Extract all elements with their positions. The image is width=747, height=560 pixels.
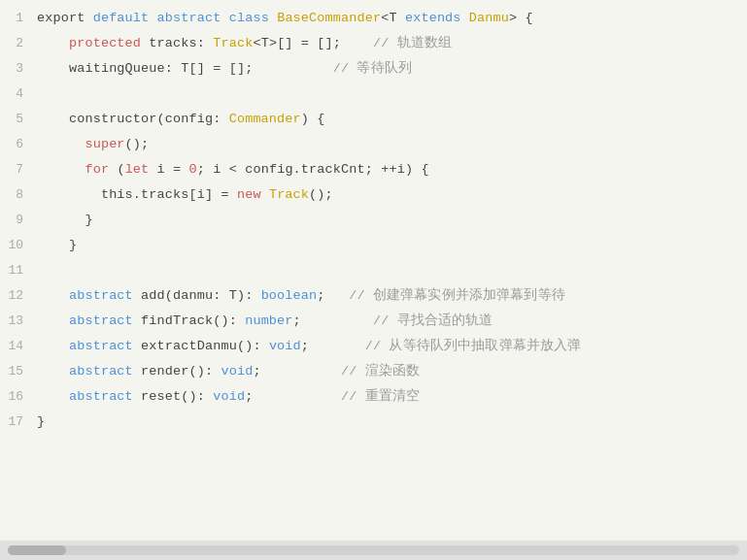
line-code: } bbox=[37, 410, 747, 435]
line-code: abstract add(danmu: T): boolean; // 创建弹幕… bbox=[37, 283, 747, 309]
code-line: 1export default abstract class BaseComma… bbox=[0, 6, 747, 31]
token: // 创建弹幕实例并添加弹幕到等待 bbox=[349, 288, 565, 303]
token bbox=[149, 11, 156, 25]
line-number: 12 bbox=[0, 283, 37, 309]
token: ; bbox=[245, 389, 341, 404]
code-line: 16 abstract reset(): void; // 重置清空 bbox=[0, 384, 747, 410]
code-line: 9 } bbox=[0, 208, 747, 233]
token: super bbox=[85, 137, 124, 151]
token: protected bbox=[69, 36, 141, 50]
code-editor: 1export default abstract class BaseComma… bbox=[0, 0, 747, 541]
scrollbar-thumb[interactable] bbox=[8, 545, 66, 555]
scrollbar-track[interactable] bbox=[8, 545, 739, 555]
token: // 重置清空 bbox=[341, 389, 420, 404]
token: abstract bbox=[69, 313, 133, 328]
line-number: 2 bbox=[0, 31, 37, 56]
token bbox=[461, 11, 469, 25]
token: tracks: bbox=[141, 36, 213, 50]
line-number: 4 bbox=[0, 82, 37, 107]
code-line: 5 constructor(config: Commander) { bbox=[0, 107, 747, 132]
token: findTrack(): bbox=[133, 313, 245, 328]
token bbox=[37, 187, 101, 202]
line-number: 5 bbox=[0, 107, 37, 132]
token: abstract bbox=[69, 389, 133, 404]
line-number: 16 bbox=[0, 384, 37, 410]
token: void bbox=[213, 389, 245, 404]
token: (); bbox=[125, 137, 150, 151]
line-number: 10 bbox=[0, 233, 37, 258]
token: abstract bbox=[69, 339, 133, 353]
token: <T>[] = []; bbox=[253, 36, 373, 50]
token bbox=[37, 339, 69, 353]
token bbox=[269, 11, 277, 25]
code-line: 7 for (let i = 0; i < config.trackCnt; +… bbox=[0, 157, 747, 182]
token bbox=[37, 364, 69, 379]
token: number bbox=[245, 313, 292, 328]
token: default bbox=[93, 11, 150, 25]
line-number: 11 bbox=[0, 258, 37, 283]
code-line: 2 protected tracks: Track<T>[] = []; // … bbox=[0, 31, 747, 56]
token bbox=[261, 187, 269, 202]
token: reset(): bbox=[133, 389, 213, 404]
token: // 寻找合适的轨道 bbox=[373, 313, 493, 328]
code-line: 3 waitingQueue: T[] = []; // 等待队列 bbox=[0, 56, 747, 82]
token: add(danmu: T): bbox=[133, 288, 261, 303]
token: void bbox=[269, 339, 301, 353]
token: i = bbox=[149, 162, 188, 177]
line-number: 6 bbox=[0, 132, 37, 157]
token: } bbox=[37, 238, 77, 252]
token: waitingQueue: T[] = []; bbox=[37, 61, 333, 76]
code-line: 6 super(); bbox=[0, 132, 747, 157]
token: (); bbox=[309, 187, 333, 202]
token: <T bbox=[381, 11, 405, 25]
line-code: waitingQueue: T[] = []; // 等待队列 bbox=[37, 56, 747, 82]
token: // 轨道数组 bbox=[373, 36, 452, 50]
line-code: for (let i = 0; i < config.trackCnt; ++i… bbox=[37, 157, 747, 182]
token: Track bbox=[213, 36, 253, 50]
code-line: 4 bbox=[0, 82, 747, 107]
code-line: 12 abstract add(danmu: T): boolean; // 创… bbox=[0, 283, 747, 309]
token: ; bbox=[317, 288, 349, 303]
token: ; bbox=[301, 339, 365, 353]
code-line: 11 bbox=[0, 258, 747, 283]
token bbox=[37, 389, 69, 404]
code-line: 13 abstract findTrack(): number; // 寻找合适… bbox=[0, 309, 747, 334]
token bbox=[221, 11, 228, 25]
line-code: super(); bbox=[37, 132, 747, 157]
line-number: 17 bbox=[0, 410, 37, 435]
line-number: 8 bbox=[0, 182, 37, 208]
token: // 从等待队列中抽取弹幕并放入弹 bbox=[365, 339, 582, 353]
token bbox=[37, 288, 69, 303]
line-number: 3 bbox=[0, 56, 37, 82]
code-lines: 1export default abstract class BaseComma… bbox=[0, 0, 747, 441]
token: // 等待队列 bbox=[333, 61, 412, 76]
line-code: abstract findTrack(): number; // 寻找合适的轨道 bbox=[37, 309, 747, 334]
line-code: constructor(config: Commander) { bbox=[37, 107, 747, 132]
token: // 渲染函数 bbox=[341, 364, 420, 379]
token bbox=[37, 36, 69, 50]
token: new bbox=[237, 187, 261, 202]
token: boolean bbox=[261, 288, 318, 303]
code-line: 8 this.tracks[i] = new Track(); bbox=[0, 182, 747, 208]
line-code: } bbox=[37, 208, 747, 233]
token: } bbox=[37, 414, 45, 429]
code-line: 17} bbox=[0, 410, 747, 435]
token: extends bbox=[405, 11, 461, 25]
token bbox=[37, 137, 85, 151]
token: ; i < config.trackCnt; ++i) { bbox=[197, 162, 429, 177]
line-number: 14 bbox=[0, 334, 37, 359]
line-number: 13 bbox=[0, 309, 37, 334]
line-code: abstract reset(): void; // 重置清空 bbox=[37, 384, 747, 410]
token: export bbox=[37, 11, 93, 25]
line-code: export default abstract class BaseComman… bbox=[37, 6, 747, 31]
code-line: 10 } bbox=[0, 233, 747, 258]
token: BaseCommander bbox=[277, 11, 381, 25]
token: ; bbox=[253, 364, 341, 379]
line-code: abstract render(): void; // 渲染函数 bbox=[37, 359, 747, 384]
line-code: this.tracks[i] = new Track(); bbox=[37, 182, 747, 208]
line-code bbox=[37, 258, 747, 283]
line-number: 15 bbox=[0, 359, 37, 384]
line-number: 7 bbox=[0, 157, 37, 182]
horizontal-scrollbar[interactable] bbox=[0, 541, 747, 560]
token: this bbox=[101, 187, 133, 202]
